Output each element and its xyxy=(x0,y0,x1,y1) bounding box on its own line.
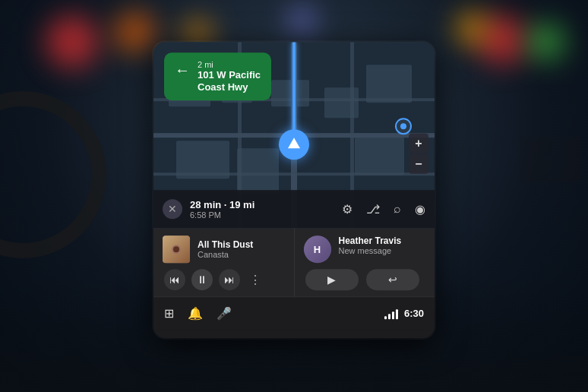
turn-text: 2 mi 101 W PacificCoast Hwy xyxy=(198,60,261,93)
reply-message-button[interactable]: ↩ xyxy=(366,269,419,290)
bokeh-light xyxy=(289,8,315,34)
apps-icon[interactable]: ⊞ xyxy=(164,306,174,321)
notification-controls: ▶ ↩ xyxy=(304,269,426,290)
system-time: 6:30 xyxy=(404,308,424,319)
eta-primary: 28 min · 19 mi xyxy=(190,199,334,210)
avatar-initial: H xyxy=(314,244,321,255)
notifications-icon[interactable]: 🔔 xyxy=(188,306,203,321)
map-block xyxy=(237,148,279,194)
turn-instruction: ← 2 mi 101 W PacificCoast Hwy xyxy=(164,52,271,100)
route-options-icon[interactable]: ⎇ xyxy=(366,202,380,217)
notification-info: Heather Travis New message xyxy=(339,236,426,255)
media-controls: ⏮ ⏸ ⏭ ⋮ xyxy=(163,269,285,290)
turn-road: 101 W PacificCoast Hwy xyxy=(198,69,261,93)
search-icon[interactable]: ⌕ xyxy=(394,202,401,216)
settings-icon[interactable]: ⚙ xyxy=(342,202,352,217)
signal-bar-1 xyxy=(384,316,387,319)
system-bar: ⊞ 🔔 🎤 6:30 xyxy=(153,296,435,330)
map-road xyxy=(153,172,435,175)
navigation-arrow xyxy=(279,129,309,160)
system-bar-left: ⊞ 🔔 🎤 xyxy=(164,306,232,321)
map-area[interactable]: + − ← 2 mi 101 W PacificCoast Hwy ✕ 28 m… xyxy=(153,42,435,228)
turn-arrow-icon: ← xyxy=(175,62,190,79)
signal-bar-2 xyxy=(388,314,390,319)
arrow-shape xyxy=(288,138,300,148)
reply-icon: ↩ xyxy=(388,273,397,286)
steering-wheel xyxy=(0,91,106,258)
bokeh-light xyxy=(527,23,565,61)
notification-message: New message xyxy=(339,246,426,255)
signal-bar-4 xyxy=(396,309,398,319)
map-icons: ⚙ ⎇ ⌕ ◉ xyxy=(342,202,425,217)
map-block xyxy=(366,65,412,103)
media-top: All This Dust Canasta xyxy=(163,236,285,263)
location-dot-inner xyxy=(400,123,406,129)
zoom-in-button[interactable]: + xyxy=(409,134,428,153)
speaker-right xyxy=(520,137,580,182)
more-options-button[interactable]: ⋮ xyxy=(246,270,264,289)
eta-info: 28 min · 19 mi 6:58 PM xyxy=(190,199,334,220)
album-art xyxy=(163,236,190,263)
media-info: All This Dust Canasta xyxy=(198,239,285,259)
media-artist: Canasta xyxy=(198,250,285,259)
next-track-button[interactable]: ⏭ xyxy=(219,269,240,290)
bokeh-light xyxy=(46,15,99,68)
notification-top: H Heather Travis New message xyxy=(304,236,426,263)
close-navigation-button[interactable]: ✕ xyxy=(163,199,182,219)
zoom-controls: + − xyxy=(409,134,428,174)
zoom-out-button[interactable]: − xyxy=(409,154,428,174)
map-block xyxy=(271,80,309,106)
prev-track-button[interactable]: ⏮ xyxy=(164,269,185,290)
play-icon: ▶ xyxy=(327,273,336,286)
signal-bar-3 xyxy=(392,311,394,319)
microphone-icon[interactable]: 🎤 xyxy=(217,306,232,321)
notification-panel: H Heather Travis New message ▶ ↩ xyxy=(295,228,435,296)
play-pause-button[interactable]: ⏸ xyxy=(191,269,213,290)
system-bar-right: 6:30 xyxy=(384,308,424,319)
notification-contact-name: Heather Travis xyxy=(339,236,426,246)
pin-icon[interactable]: ◉ xyxy=(415,202,425,217)
turn-distance: 2 mi xyxy=(198,60,261,69)
map-block xyxy=(355,133,404,175)
media-title: All This Dust xyxy=(198,239,285,250)
bottom-strip: All This Dust Canasta ⏮ ⏸ ⏭ ⋮ H Heather … xyxy=(153,228,435,296)
bokeh-light xyxy=(114,11,156,53)
eta-bar: ✕ 28 min · 19 mi 6:58 PM ⚙ ⎇ ⌕ ◉ xyxy=(153,190,435,228)
android-auto-display: + − ← 2 mi 101 W PacificCoast Hwy ✕ 28 m… xyxy=(153,42,435,338)
eta-secondary: 6:58 PM xyxy=(190,210,334,220)
contact-avatar: H xyxy=(304,236,331,263)
media-player: All This Dust Canasta ⏮ ⏸ ⏭ ⋮ xyxy=(153,228,295,296)
location-dot[interactable] xyxy=(395,118,412,134)
play-message-button[interactable]: ▶ xyxy=(305,269,359,290)
bokeh-light xyxy=(455,11,489,46)
signal-strength xyxy=(384,308,398,319)
